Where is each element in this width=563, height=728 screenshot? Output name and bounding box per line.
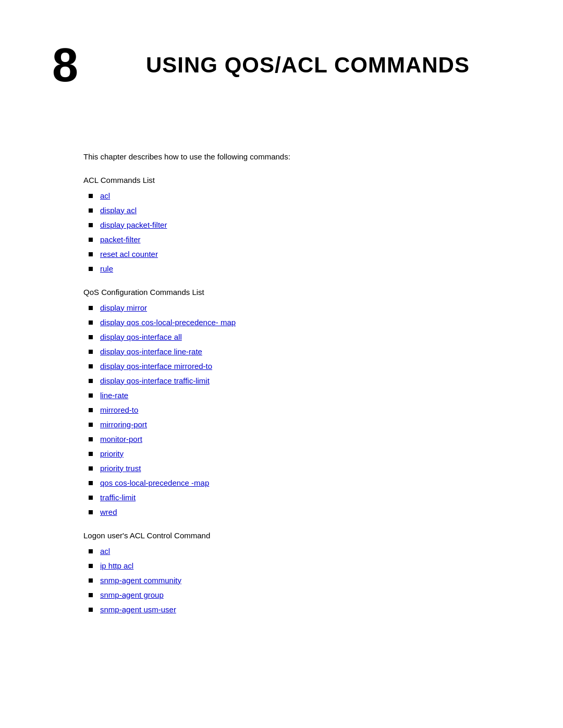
bullet-icon [89,335,93,339]
bullet-icon [89,423,93,427]
list-item: ip http acl [83,560,511,572]
section-logon: Logon user's ACL Control Command acl ip … [83,531,511,616]
section-acl-label: ACL Commands List [83,176,511,184]
acl-command-list: acl display acl display packet-filter pa… [83,190,511,275]
bullet-icon [89,466,93,471]
bullet-icon [89,578,93,583]
bullet-icon [89,564,93,568]
bullet-icon [89,306,93,310]
bullet-icon [89,496,93,500]
list-item: wred [83,506,511,519]
bullet-icon [89,608,93,612]
command-link[interactable]: snmp-agent usm-user [100,603,176,616]
command-link[interactable]: display mirror [100,302,147,314]
bullet-icon [89,320,93,325]
command-link[interactable]: display packet-filter [100,219,167,231]
list-item: rule [83,263,511,275]
list-item: acl [83,190,511,202]
list-item: acl [83,545,511,558]
bullet-icon [89,452,93,456]
command-link[interactable]: mirroring-port [100,418,147,431]
qos-command-list: display mirror display qos cos-local-pre… [83,302,511,519]
list-item: monitor-port [83,433,511,446]
bullet-icon [89,437,93,441]
list-item: display qos-interface traffic-limit [83,375,511,387]
bullet-icon [89,393,93,398]
list-item: priority [83,448,511,460]
chapter-header: 8 Using QoS/ACL Commands [52,42,511,89]
command-link[interactable]: priority [100,448,124,460]
command-link[interactable]: traffic-limit [100,491,136,504]
list-item: snmp-agent community [83,574,511,587]
command-link[interactable]: wred [100,506,117,519]
command-link[interactable]: mirrored-to [100,404,138,416]
list-item: display qos cos-local-precedence- map [83,316,511,329]
command-link[interactable]: display qos-interface all [100,331,182,343]
section-qos-label: QoS Configuration Commands List [83,288,511,297]
command-link[interactable]: acl [100,190,110,202]
list-item: display packet-filter [83,219,511,231]
command-link[interactable]: acl [100,545,110,558]
command-link[interactable]: snmp-agent community [100,574,181,587]
section-logon-label: Logon user's ACL Control Command [83,531,511,540]
bullet-icon [89,194,93,198]
list-item: packet-filter [83,233,511,246]
command-link[interactable]: display qos-interface line-rate [100,346,202,358]
command-link[interactable]: packet-filter [100,233,141,246]
list-item: priority trust [83,462,511,475]
bullet-icon [89,510,93,514]
chapter-title: Using QoS/ACL Commands [146,53,470,78]
bullet-icon [89,379,93,383]
section-acl: ACL Commands List acl display acl displa… [83,176,511,275]
command-link[interactable]: rule [100,263,113,275]
chapter-number: 8 [52,42,104,89]
command-link[interactable]: reset acl counter [100,248,158,261]
list-item: display qos-interface all [83,331,511,343]
command-link[interactable]: ip http acl [100,560,133,572]
priority-trust-link[interactable]: priority trust [100,462,141,475]
list-item: display acl [83,204,511,217]
list-item: snmp-agent usm-user [83,603,511,616]
command-link[interactable]: display acl [100,204,137,217]
list-item: mirroring-port [83,418,511,431]
intro-text: This chapter describes how to use the fo… [83,151,511,163]
bullet-icon [89,238,93,242]
list-item: line-rate [83,389,511,402]
list-item: reset acl counter [83,248,511,261]
bullet-icon [89,481,93,485]
bullet-icon [89,593,93,597]
command-link[interactable]: snmp-agent group [100,589,164,601]
command-link[interactable]: line-rate [100,389,128,402]
list-item: snmp-agent group [83,589,511,601]
bullet-icon [89,408,93,412]
section-qos: QoS Configuration Commands List display … [83,288,511,519]
bullet-icon [89,252,93,256]
bullet-icon [89,350,93,354]
bullet-icon [89,267,93,271]
bullet-icon [89,364,93,368]
list-item: mirrored-to [83,404,511,416]
command-link[interactable]: display qos-interface traffic-limit [100,375,210,387]
list-item: display qos-interface line-rate [83,346,511,358]
command-link[interactable]: monitor-port [100,433,142,446]
content-area: This chapter describes how to use the fo… [83,151,511,616]
list-item: qos cos-local-precedence -map [83,477,511,489]
bullet-icon [89,208,93,213]
bullet-icon [89,223,93,227]
page: 8 Using QoS/ACL Commands This chapter de… [0,0,563,670]
list-item: display mirror [83,302,511,314]
bullet-icon [89,549,93,553]
command-link[interactable]: display qos cos-local-precedence- map [100,316,236,329]
logon-command-list: acl ip http acl snmp-agent community snm… [83,545,511,616]
command-link[interactable]: qos cos-local-precedence -map [100,477,209,489]
list-item: traffic-limit [83,491,511,504]
command-link[interactable]: display qos-interface mirrored-to [100,360,212,373]
list-item: display qos-interface mirrored-to [83,360,511,373]
